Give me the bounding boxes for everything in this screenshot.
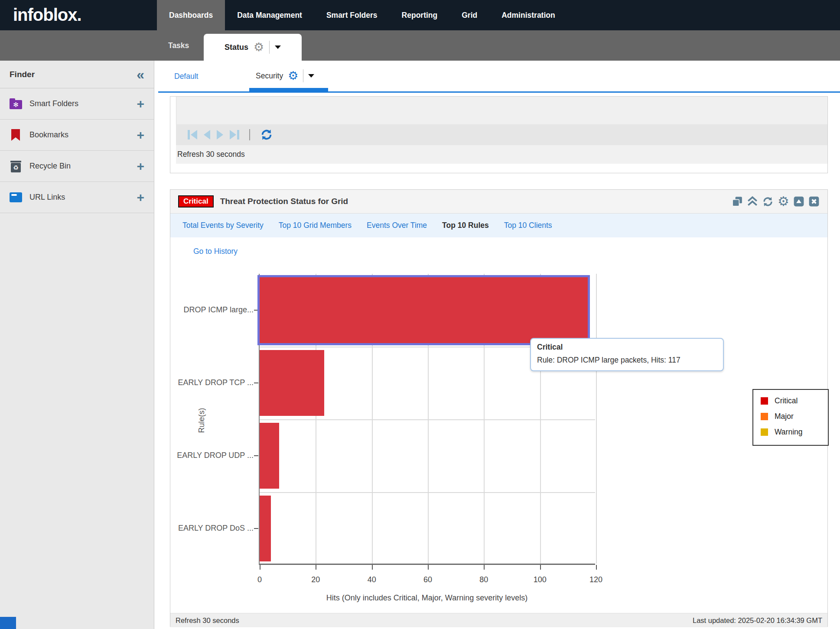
duplicate-widget-icon[interactable] <box>732 196 743 207</box>
bar-chart-plot: 020406080100120DROP ICMP large...EARLY D… <box>259 274 595 565</box>
dashboard-view-tabs: Default Security ⚙ <box>155 61 840 94</box>
axis-tick <box>254 383 258 383</box>
axis-tick <box>596 565 597 570</box>
widget-tab-top-10-clients[interactable]: Top 10 Clients <box>504 221 552 230</box>
top-nav-bar: infoblox. DashboardsData ManagementSmart… <box>0 0 840 30</box>
finder-title: Finder <box>10 70 35 79</box>
refresh-icon[interactable] <box>260 128 273 141</box>
tab-security[interactable]: Security ⚙ <box>256 69 314 82</box>
add-icon[interactable]: + <box>137 98 144 110</box>
x-tick-label: 40 <box>368 575 376 584</box>
legend-label: Critical <box>775 396 798 405</box>
close-widget-icon[interactable] <box>808 196 820 207</box>
x-tick-label: 60 <box>423 575 432 584</box>
chart-bar-drop-icmp-large[interactable] <box>260 277 588 343</box>
divider <box>249 129 250 140</box>
tooltip-body: Rule: DROP ICMP large packets, Hits: 117 <box>537 356 717 365</box>
chevron-down-icon[interactable] <box>275 45 281 49</box>
y-category-label: DROP ICMP large... <box>168 305 254 314</box>
x-axis-label: Hits (Only includes Critical, Major, War… <box>259 593 595 603</box>
smart-folders-icon <box>10 97 22 110</box>
top-nav-data-management[interactable]: Data Management <box>225 0 314 30</box>
divider <box>269 41 270 54</box>
legend-swatch <box>761 397 768 405</box>
sub-nav-bar: Tasks Status ⚙ <box>0 30 840 61</box>
tab-security-label: Security <box>256 71 283 81</box>
chart-bar-early-drop-udp[interactable] <box>260 423 279 489</box>
severity-badge: Critical <box>178 195 214 208</box>
axis-tick <box>316 565 316 570</box>
chevron-down-icon[interactable] <box>308 74 314 78</box>
top-nav-grid[interactable]: Grid <box>449 0 489 30</box>
top-nav-administration[interactable]: Administration <box>489 0 567 30</box>
legend-item-major: Major <box>761 412 828 421</box>
y-category-label: EARLY DROP UDP ... <box>168 451 254 460</box>
previous-page-button[interactable] <box>204 130 210 139</box>
maximize-widget-icon[interactable] <box>793 196 804 207</box>
legend-label: Warning <box>775 428 803 437</box>
tab-bar-rule <box>158 91 840 93</box>
infoblox-logo: infoblox. <box>13 5 81 25</box>
gridline <box>596 274 597 564</box>
widget-tab-top-10-grid-members[interactable]: Top 10 Grid Members <box>279 221 352 230</box>
axis-tick <box>254 528 258 529</box>
finder-item-bookmarks[interactable]: Bookmarks+ <box>0 120 154 151</box>
active-tab-underline <box>249 88 328 91</box>
chart-legend: CriticalMajorWarning <box>752 389 829 446</box>
widget-tab-total-events-by-severity[interactable]: Total Events by Severity <box>182 221 264 230</box>
add-icon[interactable]: + <box>137 192 144 203</box>
collapse-widget-icon[interactable] <box>747 196 758 207</box>
finder-item-label: Smart Folders <box>29 99 137 108</box>
chart-bar-early-drop-dos[interactable] <box>260 496 271 561</box>
pagination-toolbar <box>176 124 827 145</box>
tooltip-title: Critical <box>537 343 717 352</box>
finder-item-smart-folders[interactable]: Smart Folders+ <box>0 88 154 120</box>
x-tick-label: 120 <box>589 575 602 584</box>
collapse-panel-icon[interactable]: « <box>137 68 144 81</box>
legend-swatch <box>761 428 768 436</box>
y-axis-label: Rule(s) <box>197 399 206 442</box>
tab-default[interactable]: Default <box>174 72 198 81</box>
finder-item-label: URL Links <box>29 193 137 202</box>
top-nav-reporting[interactable]: Reporting <box>390 0 450 30</box>
next-page-button[interactable] <box>217 130 223 139</box>
widget-tab-events-over-time[interactable]: Events Over Time <box>367 221 427 230</box>
widget-tab-top-10-rules[interactable]: Top 10 Rules <box>442 221 489 230</box>
url-links-icon <box>10 191 22 204</box>
divider <box>303 69 303 82</box>
top-nav-dashboards[interactable]: Dashboards <box>157 0 225 30</box>
widget-footer: Refresh 30 seconds Last updated: 2025-02… <box>170 613 827 627</box>
refresh-widget-icon[interactable] <box>762 196 774 208</box>
axis-tick <box>484 565 485 570</box>
finder-list: Smart Folders+Bookmarks+Recycle Bin+URL … <box>0 88 154 213</box>
tab-status[interactable]: Status ⚙ <box>204 34 302 61</box>
bookmarks-icon <box>10 129 22 141</box>
chart-area: Go to History Rule(s) 020406080100120DRO… <box>170 237 827 613</box>
legend-swatch <box>761 413 768 420</box>
chart-bar-early-drop-tcp[interactable] <box>260 350 324 416</box>
last-updated-text: Last updated: 2025-02-20 16:34:39 GMT <box>693 616 822 625</box>
tab-tasks[interactable]: Tasks <box>168 30 189 61</box>
axis-tick <box>254 310 258 311</box>
refresh-interval-note: Refresh 30 seconds <box>176 616 239 625</box>
widget-tabs: Total Events by SeverityTop 10 Grid Memb… <box>170 214 827 237</box>
widget-settings-gear-icon[interactable]: ⚙ <box>778 196 789 207</box>
add-icon[interactable]: + <box>137 130 144 141</box>
threat-protection-widget: Critical Threat Protection Status for Gr… <box>170 189 828 627</box>
add-icon[interactable]: + <box>137 161 144 172</box>
corner-blue-badge <box>0 617 16 629</box>
last-page-button[interactable] <box>230 130 239 139</box>
go-to-history-link[interactable]: Go to History <box>193 247 238 256</box>
gear-icon[interactable]: ⚙ <box>288 70 298 82</box>
axis-tick <box>260 565 260 570</box>
finder-item-recycle-bin[interactable]: Recycle Bin+ <box>0 151 154 182</box>
legend-label: Major <box>775 412 794 421</box>
x-tick-label: 20 <box>311 575 320 584</box>
gear-icon[interactable]: ⚙ <box>254 42 264 53</box>
first-page-button[interactable] <box>188 130 197 139</box>
axis-tick <box>428 565 429 570</box>
y-category-label: EARLY DROP TCP ... <box>168 378 254 387</box>
gridline <box>260 419 595 420</box>
top-nav-smart-folders[interactable]: Smart Folders <box>314 0 390 30</box>
finder-item-url-links[interactable]: URL Links+ <box>0 182 154 213</box>
